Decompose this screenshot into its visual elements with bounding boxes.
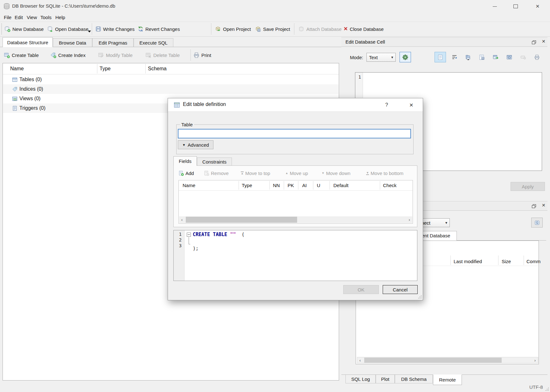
fields-column-name[interactable]: Name <box>183 180 195 190</box>
fields-column-default[interactable]: Default <box>333 180 349 190</box>
dock-tab-sql-log[interactable]: SQL Log <box>345 375 376 383</box>
print-button[interactable]: Print <box>193 48 211 62</box>
add-field-button[interactable]: Add <box>178 169 194 177</box>
create-index-button[interactable]: Create Index <box>50 48 86 62</box>
tab-browse-data[interactable]: Browse Data <box>53 38 92 47</box>
fields-column-type[interactable]: Type <box>242 180 252 190</box>
dock-tab-db-schema[interactable]: DB Schema <box>395 375 433 383</box>
tab-execute-sql[interactable]: Execute SQL <box>134 38 173 47</box>
column-separator[interactable] <box>498 256 498 265</box>
move-to-bottom-button[interactable]: ▼ Move to bottom <box>366 169 403 177</box>
tree-row-tables[interactable]: Tables (0) <box>3 75 338 84</box>
edit-cell-close-button[interactable]: ✕ <box>542 39 546 44</box>
cancel-button[interactable]: Cancel <box>383 285 418 294</box>
column-separator[interactable] <box>97 64 97 74</box>
tree-column-name[interactable]: Name <box>10 66 24 72</box>
close-window-button[interactable]: ✕ <box>528 0 547 13</box>
dialog-tab-fields[interactable]: Fields <box>173 156 197 166</box>
open-project-button[interactable]: Open Project <box>215 22 251 36</box>
remote-float-button[interactable] <box>532 203 536 209</box>
maximize-button[interactable] <box>506 0 525 13</box>
column-separator[interactable] <box>524 256 524 265</box>
remote-column-size[interactable]: Size <box>502 259 511 264</box>
move-up-label: Move up <box>290 171 308 176</box>
open-in-editor-button[interactable] <box>490 52 501 62</box>
scroll-left-icon[interactable]: ‹ <box>357 357 363 363</box>
attach-database-button[interactable]: Attach Database <box>298 22 342 36</box>
text-mode-button[interactable] <box>435 52 446 62</box>
remote-horizontal-scrollbar[interactable]: ‹ › <box>357 357 538 363</box>
column-separator[interactable] <box>313 181 313 190</box>
move-down-button[interactable]: ▼ Move down <box>322 169 351 177</box>
move-up-button[interactable]: ▲ Move up <box>285 169 308 177</box>
dialog-help-button[interactable]: ? <box>378 98 395 112</box>
dialog-close-button[interactable]: ✕ <box>402 98 421 112</box>
dialog-resize-grip[interactable] <box>418 295 422 299</box>
delete-table-button[interactable]: Delete Table <box>145 48 180 62</box>
fields-column-ai[interactable]: AI <box>302 180 307 190</box>
table-name-input[interactable] <box>178 129 411 138</box>
move-to-top-button[interactable]: ▲ Move to top <box>241 169 270 177</box>
scrollbar-thumb[interactable] <box>186 217 297 223</box>
column-separator[interactable] <box>380 181 380 190</box>
set-null-button[interactable] <box>518 52 529 62</box>
code-fold-icon[interactable] <box>187 233 191 237</box>
advanced-button[interactable]: ▼ Advanced <box>178 140 213 149</box>
window-resize-grip[interactable] <box>545 387 549 391</box>
scrollbar-thumb[interactable] <box>364 358 502 363</box>
modify-table-button[interactable]: Modify Table <box>98 48 133 62</box>
remote-column-last-modified[interactable]: Last modified <box>454 259 482 264</box>
column-separator[interactable] <box>284 181 284 190</box>
open-database-button[interactable]: Open Database <box>47 22 88 36</box>
toolbar-drag-handle[interactable] <box>1 24 2 34</box>
write-changes-button[interactable]: Write Changes <box>95 22 135 36</box>
encoding-indicator[interactable]: UTF-8 <box>529 384 543 390</box>
create-table-button[interactable]: Create Table <box>4 48 39 62</box>
menu-help[interactable]: Help <box>52 13 68 22</box>
fields-column-u[interactable]: U <box>317 180 320 190</box>
save-project-button[interactable]: Save Project <box>255 22 290 36</box>
dock-tab-remote[interactable]: Remote <box>433 374 462 385</box>
tree-column-schema[interactable]: Schema <box>148 66 167 72</box>
fields-column-nn[interactable]: NN <box>273 180 280 190</box>
word-wrap-button[interactable] <box>449 52 460 62</box>
remote-refresh-button[interactable] <box>531 218 543 228</box>
column-separator[interactable] <box>298 181 298 190</box>
column-separator[interactable] <box>269 181 270 190</box>
close-database-button[interactable]: ✕ Close Database <box>344 22 384 36</box>
export-data-button[interactable] <box>476 52 487 62</box>
import-data-button[interactable] <box>463 52 474 62</box>
column-separator[interactable] <box>450 256 451 265</box>
open-database-dropdown-icon[interactable] <box>88 31 91 32</box>
dialog-title-bar[interactable]: Edit table definition ? ✕ <box>168 98 423 112</box>
tree-column-type[interactable]: Type <box>100 66 111 72</box>
revert-changes-button[interactable]: Revert Changes <box>138 22 180 36</box>
tree-row-indices[interactable]: Indices (0) <box>3 84 338 94</box>
column-separator[interactable] <box>145 64 146 74</box>
auto-apply-button[interactable] <box>400 52 411 62</box>
tab-edit-pragmas[interactable]: Edit Pragmas <box>92 38 134 47</box>
minimize-button[interactable] <box>485 0 504 13</box>
column-separator[interactable] <box>330 181 330 190</box>
remove-field-button[interactable]: Remove <box>204 169 229 177</box>
remote-close-button[interactable]: ✕ <box>542 203 546 208</box>
scroll-right-icon[interactable]: › <box>532 357 538 363</box>
ok-button[interactable]: OK <box>343 285 379 294</box>
tab-database-structure[interactable]: Database Structure <box>3 37 53 47</box>
scroll-right-icon[interactable]: › <box>407 216 412 223</box>
scroll-left-icon[interactable]: ‹ <box>179 216 185 223</box>
print-cell-button[interactable] <box>531 52 543 62</box>
apply-button[interactable]: Apply <box>511 182 545 191</box>
fields-horizontal-scrollbar[interactable]: ‹ › <box>179 216 412 223</box>
fields-column-pk[interactable]: PK <box>288 180 294 190</box>
menu-tools[interactable]: Tools <box>38 13 54 22</box>
fields-column-check[interactable]: Check <box>383 180 397 190</box>
new-database-button[interactable]: New Database <box>4 22 44 36</box>
dock-tab-plot[interactable]: Plot <box>376 375 395 383</box>
dialog-tab-constraints[interactable]: Constraints <box>197 158 232 166</box>
remote-column-comment[interactable]: Comm <box>526 259 540 264</box>
mode-select[interactable]: Text ▾ <box>366 53 396 62</box>
copy-link-button[interactable] <box>504 52 515 62</box>
edit-cell-float-button[interactable] <box>532 39 536 45</box>
column-separator[interactable] <box>239 181 239 190</box>
